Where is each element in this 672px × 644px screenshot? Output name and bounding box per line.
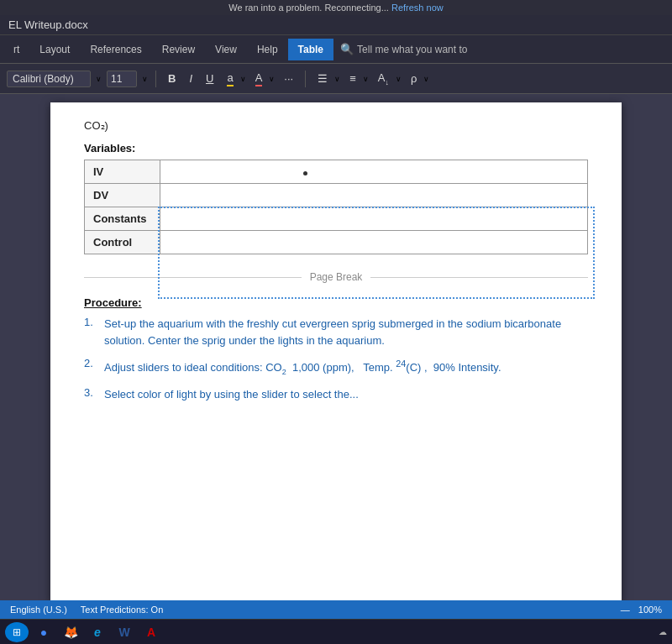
list-item: 1. Set-up the aquarium with the freshly … xyxy=(84,316,588,348)
list-button[interactable]: ☰ xyxy=(313,71,332,86)
font-name-input[interactable] xyxy=(7,71,91,87)
table-row: DV xyxy=(85,184,588,207)
reconnect-notice: We ran into a problem. Reconnecting... R… xyxy=(0,0,672,15)
proc-text-1: Set-up the aquarium with the freshly cut… xyxy=(104,316,588,348)
format-toolbar: ∨ ∨ B I U a ∨ A ∨ ··· ☰ ∨ ≡ ∨ A↓ ∨ ρ ∨ xyxy=(0,64,672,94)
tab-references[interactable]: References xyxy=(80,39,151,60)
page-break: Page Break xyxy=(84,271,588,283)
list-style-group: ☰ ∨ xyxy=(313,71,340,86)
tab-view[interactable]: View xyxy=(205,39,247,60)
font-color-button[interactable]: A xyxy=(251,70,267,88)
procedure-label: Procedure: xyxy=(84,296,588,309)
tab-rt[interactable]: rt xyxy=(3,39,29,60)
font-color-group: A ∨ xyxy=(251,70,276,88)
highlight-chevron[interactable]: ∨ xyxy=(240,75,246,83)
control-value[interactable] xyxy=(160,231,588,254)
proc-text-3: Select color of light by using the slide… xyxy=(104,386,359,403)
edge-taskbar-icon[interactable]: e xyxy=(86,622,109,642)
highlight-button[interactable]: a xyxy=(223,70,237,88)
proc-num-2: 2. xyxy=(84,357,97,378)
ellipsis-button[interactable]: ··· xyxy=(280,71,297,86)
bullet-dot xyxy=(303,171,307,175)
list-item: 3. Select color of light by using the sl… xyxy=(84,386,588,403)
co2-header-text: CO₂) xyxy=(84,119,588,132)
table-container: IV DV Constants Control xyxy=(84,160,588,254)
tab-layout[interactable]: Layout xyxy=(29,39,80,60)
notice-text: We ran into a problem. Reconnecting... xyxy=(228,3,389,13)
language-label: English (U.S.) xyxy=(10,605,67,615)
control-label: Control xyxy=(85,231,160,254)
taskbar-system-icon: ☁ xyxy=(659,627,667,636)
underline-button[interactable]: U xyxy=(202,71,218,86)
refresh-link[interactable]: Refresh now xyxy=(391,3,444,13)
firefox-taskbar-icon[interactable]: 🦊 xyxy=(59,622,82,642)
indent-button[interactable]: ≡ xyxy=(345,71,360,86)
document-page[interactable]: CO₂) Variables: IV DV Constants xyxy=(50,102,622,602)
title-bar: EL Writeup.docx xyxy=(0,15,672,35)
ribbon-tabs: rt Layout References Review View Help Ta… xyxy=(0,35,672,64)
font-color-chevron[interactable]: ∨ xyxy=(269,75,275,83)
iv-label: IV xyxy=(85,160,160,184)
status-left: English (U.S.) Text Predictions: On xyxy=(10,605,163,615)
constants-value[interactable] xyxy=(160,207,588,231)
predictions-label: Text Predictions: On xyxy=(81,605,163,615)
find-button[interactable]: ρ xyxy=(407,71,421,86)
styles-chevron[interactable]: ∨ xyxy=(396,75,402,83)
styles-group: A↓ ∨ xyxy=(374,70,402,88)
font-size-chevron[interactable]: ∨ xyxy=(142,75,148,83)
page-break-label: Page Break xyxy=(310,271,363,283)
filename: EL Writeup.docx xyxy=(8,18,88,31)
status-right: — 100% xyxy=(621,605,662,615)
zoom-level: 100% xyxy=(638,605,662,615)
font-size-input[interactable] xyxy=(107,71,137,87)
find-group: ρ ∨ xyxy=(407,71,429,86)
styles-button[interactable]: A↓ xyxy=(374,70,393,88)
start-button[interactable]: ⊞ xyxy=(5,622,29,642)
dv-value[interactable] xyxy=(160,184,588,207)
proc-num-1: 1. xyxy=(84,316,97,348)
ribbon-search-area[interactable]: 🔍 Tell me what you want to xyxy=(340,43,467,55)
proc-text-2: Adjust sliders to ideal conditions: CO2 … xyxy=(104,357,501,378)
variables-label: Variables: xyxy=(84,142,588,154)
tab-table[interactable]: Table xyxy=(288,39,333,60)
word-taskbar-icon[interactable]: W xyxy=(113,622,136,642)
taskbar-right: ☁ xyxy=(659,627,667,636)
iv-value[interactable] xyxy=(160,160,588,184)
table-row: IV xyxy=(85,160,588,184)
tab-review[interactable]: Review xyxy=(152,39,205,60)
highlight-group: a ∨ xyxy=(223,70,245,88)
dv-label: DV xyxy=(85,184,160,207)
table-row: Control xyxy=(85,231,588,254)
page-break-line-right xyxy=(370,277,588,278)
list-item: 2. Adjust sliders to ideal conditions: C… xyxy=(84,357,588,378)
search-icon: 🔍 xyxy=(340,43,354,55)
toolbar-separator-1 xyxy=(155,71,156,87)
taskbar: ⊞ ● 🦊 e W A ☁ xyxy=(0,619,672,644)
procedure-list: 1. Set-up the aquarium with the freshly … xyxy=(84,316,588,403)
find-chevron[interactable]: ∨ xyxy=(423,75,429,83)
page-break-line-left xyxy=(84,277,302,278)
indent-group: ≡ ∨ xyxy=(345,71,369,86)
variables-table[interactable]: IV DV Constants Control xyxy=(84,160,588,254)
constants-label: Constants xyxy=(85,207,160,231)
toolbar-separator-2 xyxy=(305,71,306,87)
tab-help[interactable]: Help xyxy=(247,39,288,60)
italic-button[interactable]: I xyxy=(185,71,197,86)
proc-num-3: 3. xyxy=(84,386,97,403)
bold-button[interactable]: B xyxy=(164,71,180,86)
table-row: Constants xyxy=(85,207,588,231)
list-chevron[interactable]: ∨ xyxy=(334,75,340,83)
indent-chevron[interactable]: ∨ xyxy=(363,75,369,83)
dash-label: — xyxy=(621,605,630,615)
font-name-chevron[interactable]: ∨ xyxy=(96,75,102,83)
co2-text: CO₂) xyxy=(84,119,108,132)
chrome-taskbar-icon[interactable]: ● xyxy=(32,622,55,642)
status-bar: English (U.S.) Text Predictions: On — 10… xyxy=(0,600,672,619)
search-placeholder: Tell me what you want to xyxy=(357,44,467,55)
pdf-taskbar-icon[interactable]: A xyxy=(139,622,163,642)
document-area: CO₂) Variables: IV DV Constants xyxy=(0,94,672,610)
